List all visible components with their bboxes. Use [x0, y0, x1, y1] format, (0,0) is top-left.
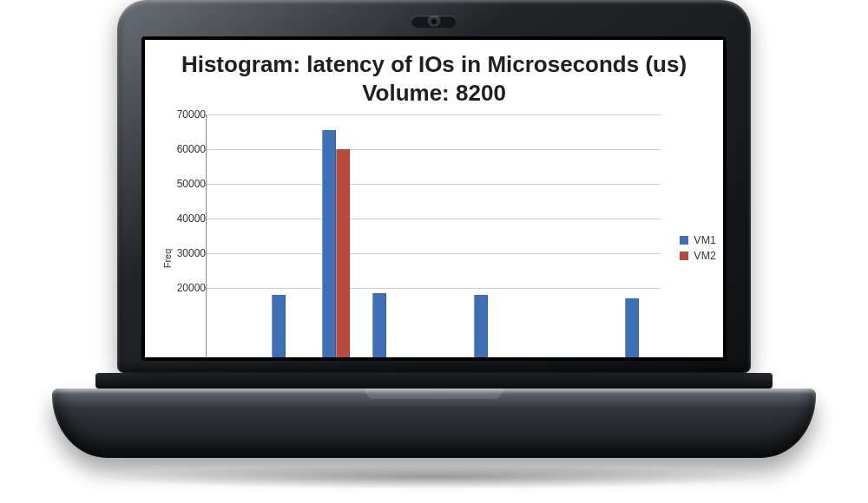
- chart-legend: VM1 VM2: [680, 231, 716, 265]
- laptop-deck: [52, 389, 816, 458]
- bar-vm2-2: [336, 149, 350, 357]
- bar-vm1-1: [272, 295, 286, 357]
- laptop-shadow: [95, 465, 773, 489]
- laptop-hinge: [95, 373, 773, 389]
- legend-swatch-vm2: [680, 252, 688, 260]
- legend-label-vm2: VM2: [694, 250, 716, 262]
- bar-vm1-8: [625, 298, 639, 357]
- bar-vm1-2: [322, 130, 336, 357]
- y-tick-label: 40000: [171, 212, 206, 225]
- y-tick-label: 50000: [171, 178, 206, 190]
- legend-swatch-vm1: [680, 236, 688, 245]
- y-tick-label: 30000: [171, 247, 206, 259]
- bar-vm1-5: [474, 295, 488, 357]
- laptop-lid: Histogram: latency of IOs in Microsecond…: [117, 0, 751, 373]
- chart-title: Histogram: latency of IOs in Microsecond…: [145, 40, 723, 112]
- legend-item-vm1: VM1: [680, 234, 716, 246]
- screen: Histogram: latency of IOs in Microsecond…: [145, 40, 723, 357]
- y-tick-label: 20000: [171, 282, 206, 294]
- laptop-mockup: Histogram: latency of IOs in Microsecond…: [52, 0, 816, 489]
- screen-bezel: Histogram: latency of IOs in Microsecond…: [141, 36, 727, 361]
- webcam-icon: [411, 16, 457, 28]
- bar-vm1-3: [372, 293, 386, 357]
- plot-bars: [206, 114, 661, 357]
- chart-area: Freq 200003000040000500006000070000 VM1 …: [152, 114, 716, 357]
- legend-label-vm1: VM1: [694, 234, 716, 246]
- y-tick-label: 70000: [171, 108, 206, 121]
- legend-item-vm2: VM2: [680, 250, 716, 262]
- y-tick-label: 60000: [171, 143, 206, 155]
- chart-title-line2: Volume: 8200: [362, 80, 506, 106]
- chart-title-line1: Histogram: latency of IOs in Microsecond…: [181, 51, 687, 77]
